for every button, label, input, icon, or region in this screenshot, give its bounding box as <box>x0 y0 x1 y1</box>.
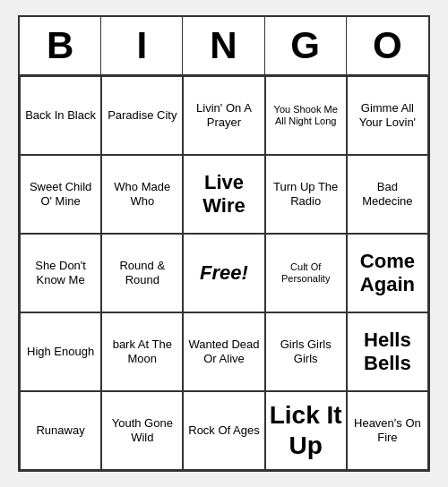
bingo-cell-13: Cult Of Personality <box>265 234 347 312</box>
bingo-cell-20: Runaway <box>20 391 101 470</box>
bingo-card: BINGO Back In BlackParadise CityLivin' O… <box>18 15 430 472</box>
bingo-cell-16: bark At The Moon <box>101 312 183 391</box>
bingo-letter-g: G <box>265 17 347 74</box>
bingo-cell-3: You Shook Me All Night Long <box>265 76 347 155</box>
bingo-letter-o: O <box>347 17 428 74</box>
bingo-grid: Back In BlackParadise CityLivin' On A Pr… <box>20 76 428 470</box>
bingo-letter-b: B <box>20 17 101 74</box>
bingo-cell-24: Heaven's On Fire <box>347 391 428 470</box>
bingo-cell-4: Gimme All Your Lovin' <box>347 76 428 155</box>
bingo-cell-8: Turn Up The Radio <box>265 155 347 234</box>
bingo-cell-5: Sweet Child O' Mine <box>20 155 101 234</box>
bingo-cell-23: Lick It Up <box>265 391 347 470</box>
bingo-cell-19: Hells Bells <box>347 312 428 391</box>
bingo-cell-2: Livin' On A Prayer <box>183 76 264 155</box>
bingo-cell-22: Rock Of Ages <box>183 391 264 470</box>
bingo-cell-6: Who Made Who <box>101 155 183 234</box>
bingo-cell-10: She Don't Know Me <box>20 234 101 312</box>
bingo-cell-11: Round & Round <box>101 234 183 312</box>
bingo-cell-18: Girls Girls Girls <box>265 312 347 391</box>
bingo-cell-21: Youth Gone Wild <box>101 391 183 470</box>
bingo-header: BINGO <box>20 17 428 76</box>
bingo-cell-7: Live Wire <box>183 155 264 234</box>
bingo-cell-12: Free! <box>183 234 264 312</box>
bingo-cell-15: High Enough <box>20 312 101 391</box>
bingo-cell-0: Back In Black <box>20 76 101 155</box>
bingo-cell-14: Come Again <box>347 234 428 312</box>
bingo-cell-17: Wanted Dead Or Alive <box>183 312 264 391</box>
bingo-cell-1: Paradise City <box>101 76 183 155</box>
bingo-cell-9: Bad Medecine <box>347 155 428 234</box>
bingo-letter-n: N <box>183 17 264 74</box>
bingo-letter-i: I <box>101 17 183 74</box>
